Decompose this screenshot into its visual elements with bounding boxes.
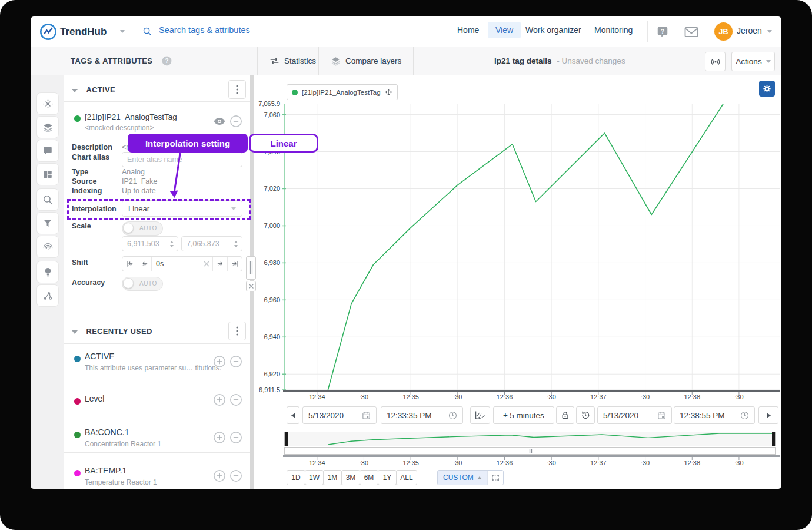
shift-far-right-button[interactable]: [227, 257, 242, 271]
nav-home[interactable]: Home: [457, 25, 479, 35]
active-section-menu-button[interactable]: [228, 80, 246, 99]
stepper-arrows-icon[interactable]: [229, 237, 242, 251]
mail-icon[interactable]: [684, 26, 698, 38]
top-navbar: TrendHub Home View Work organizer Monito…: [31, 16, 781, 48]
clock-icon: [740, 411, 749, 420]
legend-chip[interactable]: [21ip]IP21_AnalogTestTag: [287, 84, 398, 100]
remove-icon[interactable]: [229, 355, 242, 368]
overview-axis-labels: 12:34:3012:35:3012:36:3012:37:3012:38:30: [282, 459, 780, 467]
user-menu-chevron-icon[interactable]: [767, 30, 772, 33]
add-icon[interactable]: [213, 393, 226, 406]
y-tick-label: 6,940: [264, 333, 280, 340]
overview-scrollbar[interactable]: [284, 447, 776, 455]
shift-value-input[interactable]: 0s: [152, 257, 201, 271]
snap-selection-button[interactable]: [487, 471, 503, 485]
range-all[interactable]: ALL: [396, 470, 417, 485]
move-handle-icon[interactable]: [385, 88, 392, 96]
tab-compare-layers-label: Compare layers: [345, 57, 401, 65]
visibility-eye-icon[interactable]: [213, 115, 226, 128]
recent-item-name: BA:TEMP.1: [85, 466, 127, 475]
x-tick-label: 12:37: [590, 459, 607, 466]
chart-alias-input[interactable]: [122, 152, 242, 167]
accuracy-auto-toggle[interactable]: AUTO: [122, 277, 163, 291]
range-1y[interactable]: 1Y: [378, 470, 397, 485]
search-input[interactable]: [158, 25, 407, 35]
scale-label: Scale: [72, 222, 91, 230]
shift-left-button[interactable]: [137, 257, 152, 271]
y-tick-label: 6,980: [264, 259, 280, 266]
scale-auto-toggle[interactable]: AUTO: [122, 221, 163, 236]
range-6m[interactable]: 6M: [360, 470, 378, 485]
start-date-picker[interactable]: 5/13/2020: [302, 406, 377, 424]
divider-close-button[interactable]: [246, 281, 256, 292]
overview-strip[interactable]: [284, 432, 776, 446]
history-button[interactable]: [576, 406, 595, 424]
compare-curves-button[interactable]: [470, 406, 490, 424]
end-date-picker[interactable]: 5/13/2020: [597, 406, 672, 424]
active-tag-name[interactable]: [21ip]IP21_AnalogTestTag: [85, 112, 177, 121]
sidebar-item-layers[interactable]: [36, 116, 59, 138]
x-tick-label: :30: [360, 393, 368, 400]
remove-icon[interactable]: [229, 431, 242, 444]
range-1d[interactable]: 1D: [287, 470, 305, 485]
step-back-button[interactable]: [287, 406, 299, 424]
tab-compare-layers[interactable]: Compare layers: [318, 47, 414, 75]
nav-work-organizer[interactable]: Work organizer: [525, 25, 581, 35]
custom-chevron-up-icon: [477, 476, 482, 479]
live-broadcast-button[interactable]: [705, 52, 726, 71]
custom-range-button[interactable]: CUSTOM: [438, 471, 487, 485]
divider-grip-handle[interactable]: [246, 256, 256, 280]
recent-section-header[interactable]: RECENTLY USED: [72, 326, 152, 336]
active-section-header[interactable]: ACTIVE: [72, 84, 115, 95]
nav-view[interactable]: View: [488, 22, 521, 38]
range-1m[interactable]: 1M: [323, 470, 342, 485]
sidebar-item-calculation[interactable]: [36, 92, 59, 115]
panel-help-icon[interactable]: ?: [161, 55, 172, 67]
remove-tag-icon[interactable]: [229, 115, 242, 128]
chart-plot[interactable]: [282, 104, 780, 398]
user-name[interactable]: Jeroen: [737, 26, 762, 35]
search-icon: [142, 26, 152, 37]
end-time-value: 12:38:55 PM: [680, 411, 725, 420]
chart-settings-button[interactable]: [759, 81, 775, 97]
sidebar-item-dashboard[interactable]: [36, 163, 59, 186]
sidebar-item-suggestions[interactable]: [36, 261, 59, 283]
remove-icon[interactable]: [229, 469, 242, 482]
avatar[interactable]: JB: [714, 22, 733, 41]
time-window-label: ± 5 minutes: [503, 411, 544, 420]
nav-monitoring[interactable]: Monitoring: [594, 25, 633, 35]
range-handle-left[interactable]: [285, 432, 288, 446]
add-icon[interactable]: [213, 431, 226, 444]
shift-clear-icon[interactable]: [201, 257, 212, 271]
end-time-picker[interactable]: 12:38:55 PM: [674, 406, 755, 424]
lock-range-button[interactable]: [556, 406, 574, 424]
recent-section-menu-button[interactable]: [228, 322, 246, 340]
remove-icon[interactable]: [229, 393, 242, 406]
sidebar-item-filter[interactable]: [36, 212, 59, 234]
time-window-button[interactable]: ± 5 minutes: [493, 406, 554, 424]
range-1w[interactable]: 1W: [305, 470, 324, 485]
start-time-picker[interactable]: 12:33:35 PM: [381, 406, 463, 424]
annotation-callout-label: Interpolation setting: [128, 134, 248, 153]
add-icon[interactable]: [213, 469, 226, 482]
shift-far-left-button[interactable]: [122, 257, 137, 271]
range-handle-right[interactable]: [772, 432, 775, 446]
help-icon[interactable]: ?: [656, 25, 669, 38]
range-3m[interactable]: 3M: [341, 470, 360, 485]
add-icon[interactable]: [213, 355, 226, 368]
sidebar-item-comments[interactable]: [36, 140, 59, 162]
compare-layers-icon: [331, 56, 341, 66]
scale-min-input[interactable]: 6,911.503: [122, 236, 178, 251]
sidebar-item-fingerprint[interactable]: [36, 236, 59, 258]
actions-button[interactable]: Actions: [731, 52, 775, 71]
tab-statistics[interactable]: Statistics: [257, 47, 328, 75]
scale-max-input[interactable]: 7,065.873: [181, 236, 242, 251]
step-forward-button[interactable]: [758, 406, 778, 424]
brand-chevron-icon[interactable]: [120, 30, 125, 33]
tag-color-dot: [74, 115, 81, 122]
y-tick-label: 6,920: [264, 370, 280, 377]
stepper-arrows-icon[interactable]: [165, 237, 178, 251]
sidebar-item-search[interactable]: [36, 188, 59, 211]
sidebar-item-context[interactable]: [36, 284, 59, 307]
shift-right-button[interactable]: [212, 257, 227, 271]
